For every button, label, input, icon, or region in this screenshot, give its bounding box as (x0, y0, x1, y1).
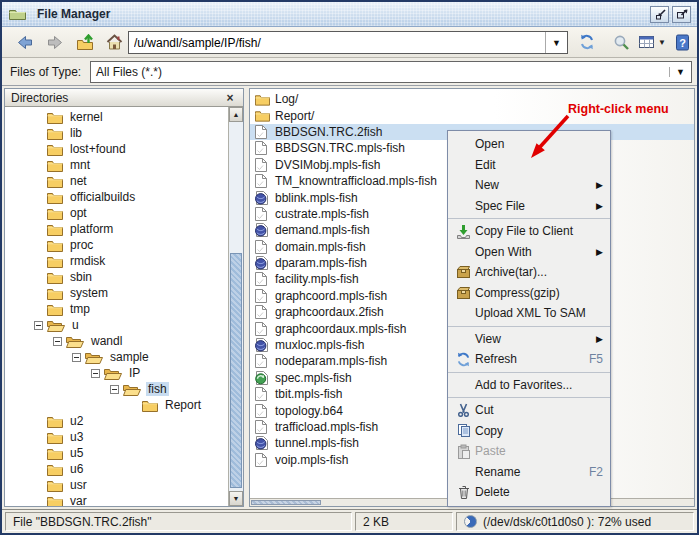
tree-item-label: system (68, 286, 110, 300)
menu-item-label: Compress(gzip) (475, 286, 560, 300)
search-button[interactable] (608, 30, 634, 54)
tree-item-u5[interactable]: u5 (5, 445, 228, 461)
toolbar: ▼ ? (2, 27, 697, 58)
tree-item-label: lib (68, 126, 84, 140)
collapse-handle-icon[interactable] (34, 321, 43, 330)
tree-item-officialbuilds[interactable]: officialbuilds (5, 189, 228, 205)
address-dropdown-button[interactable] (545, 32, 567, 53)
tree-item-u[interactable]: u (5, 317, 228, 333)
tree-item-net[interactable]: net (5, 173, 228, 189)
tree-item-u3[interactable]: u3 (5, 429, 228, 445)
cut-icon (452, 403, 475, 417)
annotation-text: Right-click menu (568, 102, 669, 116)
close-icon[interactable] (223, 91, 237, 105)
menu-item-cut[interactable]: Cut (448, 400, 610, 421)
tree-item-tmp[interactable]: tmp (5, 301, 228, 317)
directory-tree: kernelliblost+foundmntnetofficialbuildso… (5, 107, 228, 506)
up-directory-button[interactable] (72, 30, 98, 54)
tree-item-lost-found[interactable]: lost+found (5, 141, 228, 157)
tree-item-usr[interactable]: usr (5, 477, 228, 493)
folder-icon (47, 415, 63, 428)
folder-icon (255, 109, 272, 122)
tree-item-lib[interactable]: lib (5, 125, 228, 141)
tree-item-proc[interactable]: proc (5, 237, 228, 253)
tree-item-ip[interactable]: IP (5, 365, 228, 381)
back-button[interactable] (12, 30, 38, 54)
doc-icon (255, 453, 272, 467)
maximize-button[interactable] (672, 6, 691, 23)
file-item-label: tbit.mpls-fish (275, 387, 342, 401)
menu-item-label: Archive(tar)... (475, 265, 547, 279)
home-button[interactable] (101, 30, 127, 54)
address-input[interactable] (129, 32, 545, 53)
folder-icon (47, 303, 63, 316)
view-options-dropdown-arrow: ▼ (658, 38, 666, 47)
tree-item-fish[interactable]: fish (5, 381, 228, 397)
menu-item-spec-file[interactable]: Spec File (448, 196, 610, 217)
help-button[interactable]: ? (670, 30, 694, 54)
files-of-type-combo[interactable]: All Files (*.*) (90, 61, 692, 83)
status-bar: File "BBDSGN.TRC.2fish" 2 KB (/dev/dsk/c… (2, 509, 697, 533)
collapse-handle-icon[interactable] (72, 353, 81, 362)
folder-icon (47, 143, 63, 156)
file-item-label: graphcoordaux.2fish (275, 305, 384, 319)
menu-item-label: Delete (475, 485, 510, 499)
wandl-doc-icon (255, 191, 272, 205)
scroll-up-icon[interactable] (229, 107, 243, 122)
submenu-arrow-icon (596, 334, 603, 344)
tree-item-label: u2 (68, 414, 85, 428)
menu-item-delete[interactable]: Delete (448, 482, 610, 503)
tree-scrollbar-thumb[interactable] (230, 253, 242, 488)
files-of-type-dropdown-button[interactable] (669, 67, 691, 77)
tree-item-u6[interactable]: u6 (5, 461, 228, 477)
menu-item-view[interactable]: View (448, 329, 610, 350)
refresh-icon (452, 352, 475, 367)
status-file-text: File "BBDSGN.TRC.2fish" (13, 515, 152, 529)
tree-item-system[interactable]: system (5, 285, 228, 301)
tree-item-sample[interactable]: sample (5, 349, 228, 365)
tree-item-label: platform (68, 222, 115, 236)
tree-vertical-scrollbar[interactable] (228, 107, 243, 506)
status-disk-cell: (/dev/dsk/c0t1d0s0 ): 72% used (456, 512, 694, 531)
tree-item-kernel[interactable]: kernel (5, 109, 228, 125)
tree-item-opt[interactable]: opt (5, 205, 228, 221)
collapse-handle-icon[interactable] (53, 337, 62, 346)
tree-item-label: u (70, 318, 81, 332)
annotation-arrow (522, 110, 582, 172)
menu-item-add-to-favorites[interactable]: Add to Favorites... (448, 375, 610, 396)
wandl-doc-icon (255, 436, 272, 450)
scroll-down-icon[interactable] (229, 491, 243, 506)
menu-item-archive-tar[interactable]: Archive(tar)... (448, 262, 610, 283)
menu-item-upload-xml-to-sam[interactable]: Upload XML To SAM (448, 303, 610, 324)
tree-item-wandl[interactable]: wandl (5, 333, 228, 349)
tree-item-platform[interactable]: platform (5, 221, 228, 237)
tree-item-mnt[interactable]: mnt (5, 157, 228, 173)
menu-item-new[interactable]: New (448, 175, 610, 196)
menu-separator (448, 372, 610, 373)
menu-item-refresh[interactable]: RefreshF5 (448, 349, 610, 370)
file-item-label: graphcoord.mpls-fish (275, 289, 387, 303)
menu-item-rename[interactable]: RenameF2 (448, 462, 610, 483)
view-options-button[interactable]: ▼ (636, 30, 668, 54)
collapse-handle-icon[interactable] (91, 369, 100, 378)
doc-icon (255, 240, 272, 254)
status-disk-text: (/dev/dsk/c0t1d0s0 ): 72% used (483, 515, 651, 529)
tree-item-sbin[interactable]: sbin (5, 269, 228, 285)
folder-icon (47, 111, 63, 124)
files-scrollbar-thumb[interactable] (251, 500, 321, 505)
forward-button[interactable] (42, 30, 68, 54)
menu-item-copy-file-to-client[interactable]: Copy File to Client (448, 221, 610, 242)
menu-item-open-with[interactable]: Open With (448, 242, 610, 263)
tree-item-label: officialbuilds (68, 190, 137, 204)
restore-button[interactable] (650, 6, 669, 23)
menu-item-compress-gzip[interactable]: Compress(gzip) (448, 283, 610, 304)
tree-item-rmdisk[interactable]: rmdisk (5, 253, 228, 269)
tree-item-report[interactable]: Report (5, 397, 228, 413)
refresh-button[interactable] (574, 30, 600, 54)
tree-item-u2[interactable]: u2 (5, 413, 228, 429)
collapse-handle-icon[interactable] (110, 385, 119, 394)
tree-item-var[interactable]: var (5, 493, 228, 506)
filter-bar: Files of Type: All Files (*.*) (2, 58, 697, 86)
menu-item-copy[interactable]: Copy (448, 421, 610, 442)
open-folder-icon (123, 383, 141, 396)
